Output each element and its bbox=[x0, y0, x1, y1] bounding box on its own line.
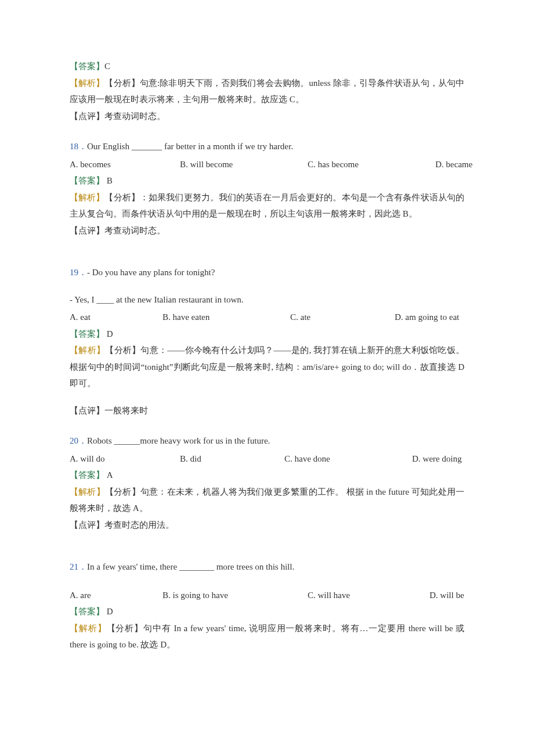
q17-tail: 【答案】C 【解析】【分析】句意:除非明天下雨，否则我们将会去购物。unless… bbox=[70, 58, 464, 124]
q21-choice-c: C. will have bbox=[308, 587, 430, 604]
comment-label: 【点评】 bbox=[70, 111, 104, 121]
explanation-label: 【解析】 bbox=[70, 345, 105, 355]
q19: 19．- Do you have any plans for tonight? … bbox=[70, 264, 464, 419]
q18-num: 18． bbox=[70, 142, 87, 151]
answer-label: 【答案】 bbox=[70, 470, 104, 480]
q20-text: Robots ______more heavy work for us in t… bbox=[87, 436, 270, 445]
comment-label: 【点评】 bbox=[70, 520, 104, 530]
q21-choice-a: A. are bbox=[70, 587, 163, 604]
q18: 18．Our English _______ far better in a m… bbox=[70, 138, 464, 239]
q21-text: In a few years' time, there ________ mor… bbox=[87, 562, 294, 571]
q21-choices: A. are B. is going to have C. will have … bbox=[70, 587, 464, 604]
q19-num: 19． bbox=[70, 268, 87, 277]
q20-choice-b: B. did bbox=[180, 451, 284, 467]
q18-comment: 考查动词时态。 bbox=[104, 226, 165, 235]
q19-choice-a: A. eat bbox=[70, 309, 163, 326]
q21: 21．In a few years' time, there ________ … bbox=[70, 559, 464, 653]
q19-comment: 一般将来时 bbox=[104, 406, 148, 415]
explanation-label: 【解析】 bbox=[70, 78, 104, 88]
q20: 20．Robots ______more heavy work for us i… bbox=[70, 433, 464, 533]
explanation-label: 【解析】 bbox=[70, 487, 105, 496]
answer-label: 【答案】 bbox=[70, 176, 104, 185]
explanation-label: 【解析】 bbox=[70, 624, 107, 633]
q20-choices: A. will do B. did C. have done D. were d… bbox=[70, 451, 464, 467]
q20-answer: A bbox=[104, 470, 113, 480]
analysis-label: 【分析】 bbox=[105, 487, 140, 496]
q19-text: - Do you have any plans for tonight? bbox=[87, 268, 215, 277]
q18-choice-c: C. has become bbox=[308, 156, 435, 173]
answer-label: 【答案】 bbox=[70, 329, 104, 339]
q18-choice-d: D. became bbox=[435, 156, 484, 173]
answer-label: 【答案】 bbox=[70, 607, 104, 616]
analysis-label: 【分析】 bbox=[107, 624, 144, 633]
q17-answer: C bbox=[104, 62, 110, 71]
analysis-label: 【分析】 bbox=[104, 193, 139, 202]
q18-choice-b: B. will become bbox=[180, 156, 308, 173]
q20-choice-d: D. were doing bbox=[412, 451, 473, 467]
q21-choice-d: D. will be bbox=[430, 587, 476, 604]
q17-comment: 考查动词时态。 bbox=[104, 111, 165, 121]
answer-label: 【答案】 bbox=[70, 62, 104, 71]
q19-answer: D bbox=[104, 329, 113, 339]
q18-answer: B bbox=[104, 176, 113, 185]
q20-choice-c: C. have done bbox=[284, 451, 412, 467]
q18-choices: A. becomes B. will become C. has become … bbox=[70, 156, 464, 173]
q18-choice-a: A. becomes bbox=[70, 156, 180, 173]
q20-choice-a: A. will do bbox=[70, 451, 180, 467]
q18-text: Our English _______ far better in a mont… bbox=[87, 142, 293, 151]
q19-choice-c: C. ate bbox=[290, 309, 395, 326]
q21-answer: D bbox=[104, 607, 113, 616]
q19-line2: - Yes, I ____ at the new Italian restaur… bbox=[70, 291, 464, 308]
q21-choice-b: B. is going to have bbox=[163, 587, 308, 604]
comment-label: 【点评】 bbox=[70, 226, 104, 235]
explanation-label: 【解析】 bbox=[70, 193, 104, 202]
analysis-label: 【分析】 bbox=[104, 78, 139, 88]
q19-choices: A. eat B. have eaten C. ate D. am going … bbox=[70, 309, 464, 326]
q19-choice-b: B. have eaten bbox=[163, 309, 290, 326]
q21-num: 21． bbox=[70, 562, 87, 571]
comment-label: 【点评】 bbox=[70, 406, 104, 415]
q19-choice-d: D. am going to eat bbox=[395, 309, 471, 326]
analysis-label: 【分析】 bbox=[105, 345, 140, 355]
q20-comment: 考查时态的用法。 bbox=[104, 520, 174, 530]
q20-num: 20． bbox=[70, 436, 87, 445]
